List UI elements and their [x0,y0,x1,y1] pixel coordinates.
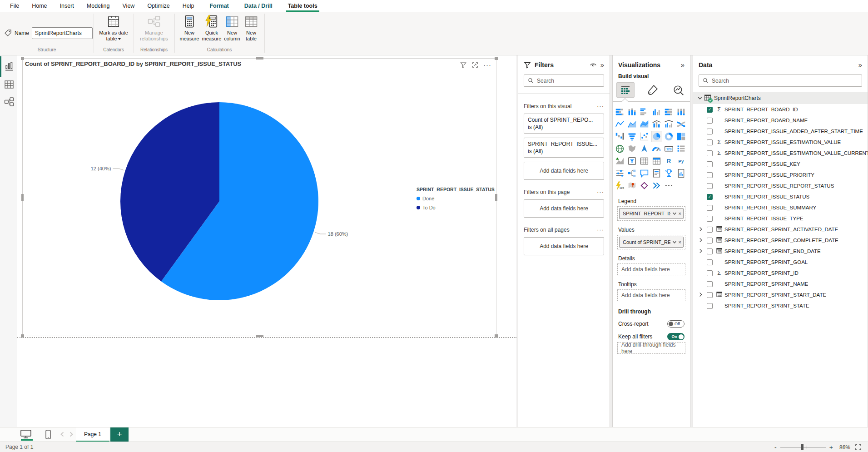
remove-field-icon[interactable]: × [679,211,681,216]
field-row[interactable]: ΣSPRINT_REPORT_ISSUE_ESTIMATION_VALUE_CU… [693,148,868,159]
matrix-icon[interactable] [651,155,662,167]
stacked-column-chart-icon[interactable] [626,106,638,118]
ribbon-tab-modeling[interactable]: Modeling [80,0,116,12]
expand-chevron-icon[interactable] [699,238,703,243]
add-data-fields-dropzone[interactable]: Add data fields here [524,162,604,180]
data-search-input[interactable] [712,78,858,84]
line-and-clustered-column-chart-icon[interactable] [663,119,675,130]
ribbon-tab-optimize[interactable]: Optimize [141,0,176,12]
format-visual-tab[interactable] [646,84,658,96]
ribbon-tab-home[interactable]: Home [25,0,53,12]
waterfall-chart-icon[interactable] [614,131,625,142]
field-row[interactable]: SPRINT_REPORT_SPRINT_NAME [693,278,868,289]
report-canvas[interactable]: Count of SPRINT_REPORT_BOARD_ID by SPRIN… [17,55,516,427]
legend-item[interactable]: To Do [417,205,495,210]
field-checkbox[interactable] [707,238,713,243]
field-checkbox[interactable]: ✓ [707,194,713,200]
stacked-bar-chart-icon[interactable] [614,106,625,118]
line-and-stacked-column-chart-icon[interactable] [651,119,662,130]
ribbon-tab-format[interactable]: Format [203,0,235,12]
area-chart-icon[interactable] [626,119,638,130]
field-checkbox[interactable] [707,248,713,254]
field-checkbox[interactable] [707,259,713,265]
table-icon[interactable] [639,155,650,167]
expand-chevron-icon[interactable] [699,292,703,297]
slicer-icon[interactable] [626,155,638,167]
mark-as-date-table-button[interactable]: Mark as date table [98,15,129,42]
pie-chart-visual[interactable]: Count of SPRINT_REPORT_BOARD_ID by SPRIN… [22,58,496,336]
drill-through-dropzone[interactable]: Add drill-through fields here [617,342,685,354]
remove-field-icon[interactable]: × [679,239,681,245]
field-checkbox[interactable] [707,270,713,276]
treemap-icon[interactable] [675,131,687,142]
scatter-chart-icon[interactable] [639,131,650,142]
ribbon-tab-file[interactable]: File [4,0,25,12]
field-checkbox[interactable] [707,205,713,211]
legend-item[interactable]: Done [417,196,495,201]
field-checkbox[interactable] [707,281,713,287]
field-row[interactable]: ΣSPRINT_REPORT_SPRINT_ID [693,268,868,278]
well-details-dropzone[interactable]: Add data fields here [617,263,685,275]
new-measure-button[interactable]: New measure [178,15,201,42]
gauge-icon[interactable] [651,143,662,154]
field-row[interactable]: SPRINT_REPORT_SPRINT_GOAL [693,257,868,268]
new-calculation-icon[interactable]: 123 [614,180,625,191]
card-icon[interactable]: 123 [663,143,675,154]
multi-row-card-icon[interactable] [675,143,687,154]
pie-chart-icon[interactable] [651,131,662,142]
filter-card[interactable]: Count of SPRINT_REPO...is (All) [524,114,604,134]
add-data-fields-dropzone[interactable]: Add data fields here [524,199,604,218]
quick-measure-button[interactable]: Quick measure [200,15,223,42]
field-row[interactable]: SPRINT_REPORT_BOARD_NAME [693,115,868,126]
resize-handle-n[interactable] [256,57,263,60]
arcgis-map-icon[interactable] [626,180,638,191]
key-influencers-icon[interactable] [614,168,625,179]
field-row[interactable]: SPRINT_REPORT_SPRINT_COMPLETE_DATE [693,235,868,246]
filters-search-input[interactable] [537,78,600,84]
page-tab-page-1[interactable]: Page 1 [76,427,109,442]
field-checkbox[interactable] [707,172,713,178]
resize-handle-nw[interactable] [21,57,24,60]
field-row[interactable]: SPRINT_REPORT_SPRINT_STATE [693,300,868,311]
more-options-icon[interactable]: ··· [597,226,604,233]
donut-chart-icon[interactable] [663,131,675,142]
funnel-chart-icon[interactable] [626,131,638,142]
decomposition-tree-icon[interactable] [626,168,638,179]
field-row[interactable]: SPRINT_REPORT_ISSUE_KEY [693,159,868,169]
toggle-on[interactable]: On [667,333,684,340]
collapse-pane-icon[interactable]: » [858,61,862,69]
report-view-button[interactable] [4,61,15,72]
fit-to-page-icon[interactable] [855,444,862,451]
field-row[interactable]: SPRINT_REPORT_ISSUE_TYPE [693,213,868,224]
field-row[interactable]: SPRINT_REPORT_SPRINT_END_DATE [693,246,868,257]
smart-narrative-icon[interactable] [651,168,662,179]
filled-map-icon[interactable] [626,143,638,154]
azure-map-icon[interactable] [639,143,650,154]
qa-visual-icon[interactable] [639,168,650,179]
field-row[interactable]: SPRINT_REPORT_SPRINT_START_DATE [693,289,868,300]
chevron-down-icon[interactable] [672,240,677,244]
more-options-icon[interactable]: ··· [597,103,604,109]
add-data-fields-dropzone[interactable]: Add data fields here [524,237,604,255]
table-view-button[interactable] [4,79,15,90]
analytics-tab[interactable] [673,84,684,96]
field-row[interactable]: SPRINT_REPORT_ISSUE_REPORT_STATUS [693,180,868,191]
mobile-layout-button[interactable] [45,429,52,442]
model-view-button[interactable] [4,96,15,107]
python-visual-icon[interactable]: Py [675,155,687,167]
more-visuals-icon[interactable] [663,180,675,191]
ribbon-tab-view[interactable]: View [116,0,141,12]
line-chart-icon[interactable] [614,119,625,130]
zoom-slider[interactable] [780,447,826,447]
field-row[interactable]: ΣSPRINT_REPORT_ISSUE_ESTIMATION_VALUE [693,137,868,148]
ribbon-tab-insert[interactable]: Insert [54,0,80,12]
zoom-in-button[interactable]: + [829,444,833,451]
power-automate-icon[interactable] [651,180,662,191]
paginated-report-icon[interactable] [675,168,687,179]
r-script-visual-icon[interactable]: R [663,155,675,167]
add-page-button[interactable]: + [110,427,129,442]
field-checkbox[interactable] [707,150,713,156]
field-checkbox[interactable] [707,139,713,145]
ribbon-tab-table-tools[interactable]: Table tools [282,0,324,12]
well-tooltips-dropzone[interactable]: Add data fields here [617,289,685,301]
